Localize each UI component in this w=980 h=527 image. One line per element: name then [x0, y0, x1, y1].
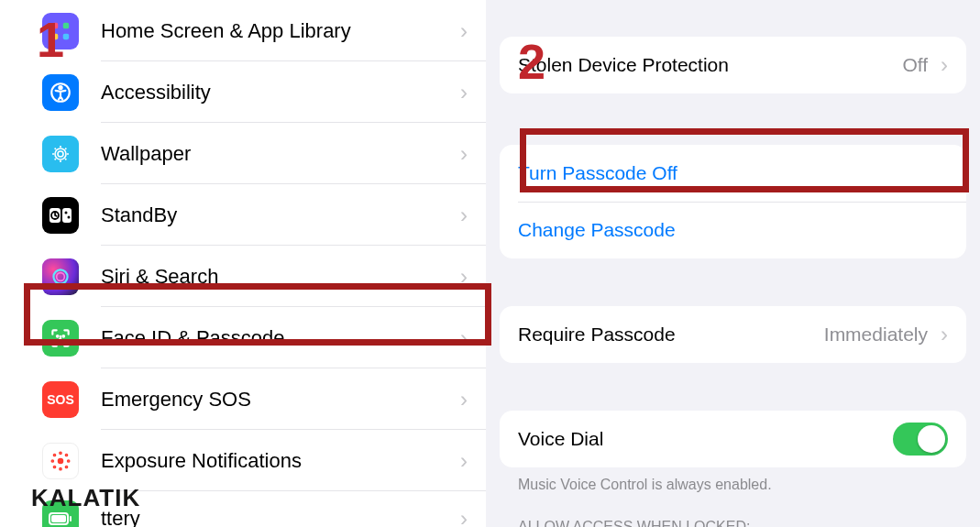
chevron-right-icon: › — [941, 52, 948, 78]
step-number-1: 1 — [37, 11, 64, 68]
chevron-right-icon: › — [460, 387, 468, 412]
step-number-2: 2 — [518, 33, 545, 90]
svg-point-6 — [58, 151, 63, 157]
chevron-right-icon: › — [460, 325, 468, 351]
change-passcode-row[interactable]: Change Passcode — [500, 202, 966, 258]
svg-point-15 — [57, 335, 59, 336]
require-passcode-group: Require Passcode Immediately › — [500, 306, 966, 363]
sidebar-item-exposure[interactable]: Exposure Notifications › — [0, 430, 486, 491]
siri-icon — [42, 258, 79, 295]
sidebar-item-standby[interactable]: StandBy › — [0, 184, 486, 246]
chevron-right-icon: › — [460, 264, 468, 290]
svg-point-7 — [55, 148, 66, 159]
chevron-right-icon: › — [460, 80, 468, 105]
chevron-right-icon: › — [941, 322, 948, 347]
sidebar-item-emergency-sos[interactable]: SOS Emergency SOS › — [0, 368, 486, 430]
sidebar-item-label: Exposure Notifications — [101, 449, 460, 473]
stolen-device-row[interactable]: Stolen Device Protection Off › — [500, 37, 966, 93]
voice-dial-group: Voice Dial — [500, 411, 966, 467]
voice-dial-toggle[interactable] — [893, 423, 948, 456]
voice-dial-row: Voice Dial — [500, 411, 966, 467]
svg-point-21 — [65, 466, 67, 467]
svg-point-19 — [65, 454, 67, 456]
sidebar-item-label: Accessibility — [101, 81, 460, 104]
chevron-right-icon: › — [460, 203, 468, 228]
allow-access-header: ALLOW ACCESS WHEN LOCKED: — [500, 493, 966, 527]
turn-passcode-off-row[interactable]: Turn Passcode Off — [500, 145, 966, 202]
svg-point-12 — [68, 215, 71, 218]
settings-sidebar: Home Screen & App Library › Accessibilit… — [0, 0, 486, 527]
svg-point-14 — [57, 272, 65, 280]
sidebar-item-label: Home Screen & App Library — [101, 19, 460, 43]
svg-point-16 — [62, 335, 64, 336]
sidebar-item-label: ttery — [101, 507, 460, 527]
sidebar-item-label: Face ID & Passcode — [101, 326, 460, 350]
svg-point-13 — [53, 269, 67, 283]
sidebar-item-label: Wallpaper — [101, 142, 460, 166]
sos-icon: SOS — [42, 381, 79, 418]
accessibility-icon — [42, 74, 79, 111]
svg-rect-27 — [70, 516, 72, 522]
svg-point-20 — [53, 466, 55, 467]
require-passcode-row[interactable]: Require Passcode Immediately › — [500, 306, 966, 363]
row-label: Turn Passcode Off — [518, 162, 948, 184]
watermark: KALATIK — [31, 484, 140, 512]
row-value: Off — [902, 54, 928, 76]
svg-point-25 — [60, 467, 61, 469]
row-value: Immediately — [824, 324, 928, 346]
row-label: Require Passcode — [518, 324, 824, 346]
svg-rect-10 — [62, 208, 72, 223]
passcode-actions-group: Turn Passcode Off Change Passcode — [500, 145, 966, 258]
row-label: Stolen Device Protection — [518, 54, 902, 76]
svg-point-24 — [60, 452, 61, 454]
sidebar-item-label: StandBy — [101, 203, 460, 227]
sidebar-item-accessibility[interactable]: Accessibility › — [0, 61, 486, 123]
sidebar-item-faceid[interactable]: Face ID & Passcode › — [0, 307, 486, 368]
svg-point-18 — [53, 454, 55, 456]
stolen-device-group: Stolen Device Protection Off › — [500, 37, 966, 93]
faceid-icon — [42, 320, 79, 357]
standby-icon — [42, 197, 79, 234]
wallpaper-icon — [42, 136, 79, 172]
sidebar-item-siri[interactable]: Siri & Search › — [0, 246, 486, 307]
sidebar-item-home-screen[interactable]: Home Screen & App Library › — [0, 0, 486, 61]
sidebar-item-wallpaper[interactable]: Wallpaper › — [0, 123, 486, 184]
svg-rect-28 — [51, 515, 66, 522]
chevron-right-icon: › — [460, 18, 468, 44]
voice-dial-footer: Music Voice Control is always enabled. — [500, 467, 966, 493]
exposure-icon — [42, 443, 79, 479]
svg-point-5 — [59, 85, 61, 88]
svg-point-23 — [68, 459, 70, 461]
chevron-right-icon: › — [460, 448, 468, 474]
row-label: Change Passcode — [518, 219, 948, 241]
svg-point-11 — [65, 211, 68, 214]
sidebar-item-label: Emergency SOS — [101, 388, 460, 412]
chevron-right-icon: › — [460, 141, 468, 167]
detail-panel: Stolen Device Protection Off › Turn Pass… — [486, 0, 980, 527]
sidebar-item-label: Siri & Search — [101, 265, 460, 289]
svg-point-17 — [58, 457, 64, 464]
row-label: Voice Dial — [518, 428, 893, 450]
svg-point-22 — [51, 459, 53, 461]
chevron-right-icon: › — [460, 506, 468, 527]
